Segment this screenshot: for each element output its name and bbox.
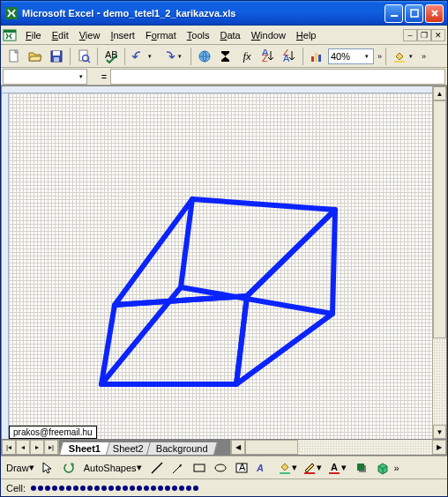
svg-text:A: A — [256, 463, 264, 473]
textbox-button[interactable]: A — [232, 458, 251, 478]
shadow-button[interactable] — [352, 458, 371, 478]
undo-button[interactable]: ▾ — [129, 47, 157, 66]
maximize-button[interactable] — [405, 4, 423, 23]
save-button[interactable] — [47, 47, 66, 66]
mdi-minimize-button[interactable]: – — [403, 29, 417, 41]
hscroll-thumb[interactable] — [245, 440, 298, 455]
svg-rect-2 — [411, 10, 418, 17]
scroll-down-button[interactable]: ▼ — [433, 425, 446, 439]
svg-rect-8 — [54, 57, 59, 62]
svg-text:ABC: ABC — [105, 49, 118, 60]
svg-rect-36 — [280, 472, 290, 474]
sort-asc-button[interactable]: AZ — [258, 47, 278, 66]
menu-data[interactable]: Data — [214, 28, 245, 42]
svg-rect-20 — [318, 55, 321, 62]
column-headers[interactable] — [2, 86, 432, 93]
menu-view[interactable]: View — [74, 28, 106, 42]
menu-format[interactable]: Format — [140, 28, 182, 42]
menu-tools[interactable]: Tools — [182, 28, 215, 42]
menu-edit[interactable]: Edit — [47, 28, 74, 42]
menubar: FileEditViewInsertFormatToolsDataWindowH… — [1, 26, 447, 45]
font-color-button[interactable]: A▾ — [325, 458, 348, 478]
horizontal-scrollbar[interactable]: ◀ ▶ — [230, 440, 446, 455]
chart-wizard-button[interactable] — [307, 47, 326, 66]
standard-toolbar: ABC ▾ ▾ fx AZ ZA 40%▾ » ▾ » — [1, 45, 447, 68]
autoshapes-menu[interactable]: AutoShapes▾ — [82, 458, 144, 478]
scroll-left-button[interactable]: ◀ — [231, 440, 245, 455]
autosum-button[interactable] — [216, 47, 235, 66]
svg-rect-41 — [357, 464, 364, 471]
svg-text:Z: Z — [262, 53, 268, 63]
svg-rect-31 — [194, 464, 205, 471]
menu-file[interactable]: File — [20, 28, 47, 42]
select-objects-button[interactable] — [38, 458, 57, 478]
cube-drawing — [44, 111, 379, 411]
mdi-close-button[interactable]: ✕ — [431, 29, 445, 41]
drawing-toolbar-overflow[interactable]: » — [394, 463, 399, 473]
svg-rect-4 — [4, 30, 16, 33]
svg-point-28 — [64, 464, 73, 472]
tab-nav-next[interactable]: ▸ — [30, 440, 44, 455]
workbook-icon[interactable] — [3, 28, 17, 42]
fill-color-button[interactable]: ▾ — [390, 47, 418, 66]
titlebar[interactable]: Microsoft Excel - demo_tetel1_2_karikazv… — [1, 1, 447, 26]
status-cell-pattern — [31, 486, 198, 491]
formula-input[interactable] — [110, 69, 445, 85]
rectangle-button[interactable] — [190, 458, 209, 478]
scroll-right-button[interactable]: ▶ — [432, 440, 446, 455]
sheet-tab-strip: |◂ ◂ ▸ ▸| Sheet1Sheet2Background ◀ ▶ — [2, 439, 446, 455]
menu-window[interactable]: Window — [246, 28, 291, 42]
mdi-restore-button[interactable]: ❐ — [417, 29, 431, 41]
worksheet-grid[interactable]: prakos@freemail.hu — [9, 93, 432, 439]
menu-insert[interactable]: Insert — [105, 28, 140, 42]
function-button[interactable]: fx — [237, 47, 257, 66]
svg-marker-23 — [115, 199, 335, 305]
line-button[interactable] — [147, 458, 167, 478]
svg-rect-19 — [315, 53, 317, 62]
tab-nav-prev[interactable]: ◂ — [16, 440, 30, 455]
minimize-button[interactable] — [385, 4, 403, 23]
status-label: Cell: — [6, 483, 26, 493]
svg-point-32 — [215, 464, 226, 471]
status-bar: Cell: — [1, 478, 447, 496]
open-button[interactable] — [26, 47, 45, 66]
spelling-button[interactable]: ABC — [101, 47, 121, 66]
svg-line-11 — [88, 61, 90, 63]
tab-nav-last[interactable]: ▸| — [44, 440, 58, 455]
fill-color-drawing-button[interactable]: ▾ — [276, 458, 299, 478]
toolbar-overflow-1[interactable]: » — [376, 52, 382, 61]
formula-bar: ▾ = — [1, 68, 447, 85]
draw-menu[interactable]: Draw▾ — [4, 458, 36, 478]
close-button[interactable] — [425, 4, 444, 23]
email-cell[interactable]: prakos@freemail.hu — [9, 426, 97, 439]
line-color-button[interactable]: ▾ — [301, 458, 324, 478]
menu-help[interactable]: Help — [291, 28, 322, 42]
toolbar-overflow-2[interactable]: » — [420, 52, 426, 61]
window-title: Microsoft Excel - demo_tetel1_2_karikazv… — [22, 7, 385, 19]
oval-button[interactable] — [211, 458, 230, 478]
wordart-button[interactable]: A — [253, 458, 273, 478]
tab-nav-first[interactable]: |◂ — [2, 440, 16, 455]
redo-button[interactable]: ▾ — [159, 47, 187, 66]
sort-desc-button[interactable]: ZA — [280, 47, 299, 66]
new-button[interactable] — [4, 47, 24, 66]
zoom-combo[interactable]: 40%▾ — [328, 48, 374, 64]
vertical-scrollbar[interactable]: ▲ ▼ — [432, 86, 446, 439]
row-headers[interactable] — [2, 93, 9, 439]
svg-text:A: A — [283, 53, 290, 63]
scroll-up-button[interactable]: ▲ — [433, 86, 446, 100]
workarea: prakos@freemail.hu ▲ ▼ |◂ ◂ ▸ ▸| Sheet1S… — [1, 85, 447, 456]
hyperlink-button[interactable] — [195, 47, 214, 66]
tab-sheet1[interactable]: Sheet1 — [59, 441, 110, 455]
3d-button[interactable] — [373, 458, 392, 478]
vscroll-thumb[interactable] — [433, 100, 446, 338]
arrow-button[interactable] — [168, 458, 188, 478]
print-preview-button[interactable] — [74, 47, 93, 66]
svg-rect-1 — [391, 15, 398, 17]
fx-label: = — [98, 71, 110, 82]
name-box[interactable]: ▾ — [3, 69, 87, 85]
rotate-button[interactable] — [59, 458, 78, 478]
tab-background[interactable]: Background — [146, 441, 218, 455]
svg-rect-7 — [53, 51, 60, 56]
svg-text:A: A — [239, 462, 246, 472]
